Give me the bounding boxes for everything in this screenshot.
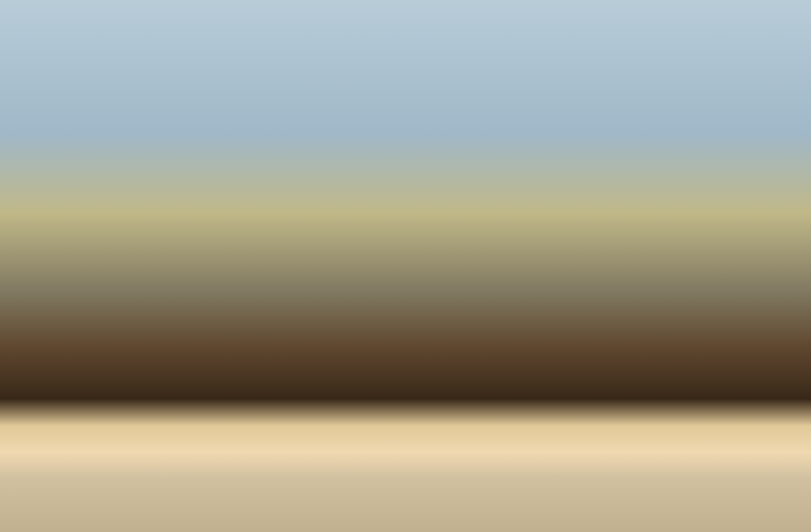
modal-overlay: Simple Image Editor hairdresser1 ✕ Drag … bbox=[0, 0, 811, 532]
preview-section: Preview 1920 x 1080 bbox=[631, 78, 790, 427]
preview-box bbox=[631, 94, 790, 379]
preview-image bbox=[632, 95, 789, 378]
image-editor-modal: Simple Image Editor hairdresser1 ✕ Drag … bbox=[6, 8, 805, 484]
editor-area: Crop Area bbox=[21, 78, 790, 427]
modal-body: Drag and resize the image inside the bor… bbox=[6, 41, 805, 436]
